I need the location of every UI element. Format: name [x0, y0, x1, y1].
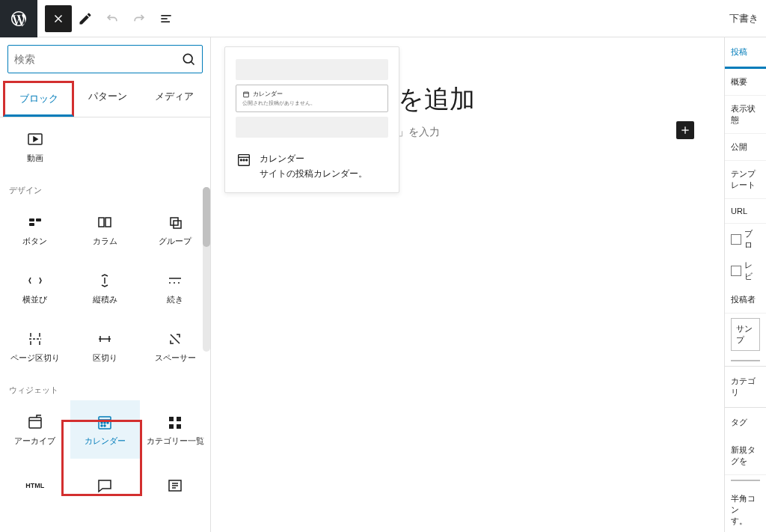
calendar-desc-icon	[236, 151, 252, 168]
block-separator[interactable]: 区切り	[70, 317, 141, 376]
save-draft-button[interactable]: 下書き	[729, 12, 766, 25]
sidebar-half-note: 半角コンす。	[725, 486, 766, 532]
block-calendar[interactable]: カレンダー	[70, 400, 141, 459]
comment-icon	[96, 477, 114, 495]
svg-rect-36	[169, 424, 174, 429]
calendar-small-icon	[242, 91, 250, 98]
sidebar-tab-post[interactable]: 投稿	[725, 37, 766, 69]
block-button[interactable]: ボタン	[0, 201, 70, 259]
preview-desc-title: カレンダー	[260, 151, 367, 166]
svg-point-29	[101, 422, 102, 424]
sidebar-url[interactable]: URL	[725, 199, 766, 224]
stack-icon	[96, 272, 114, 290]
block-spacer[interactable]: スペーサー	[140, 317, 210, 376]
block-row[interactable]: 横並び	[0, 259, 70, 317]
list-icon	[159, 11, 174, 26]
block-search-input[interactable]	[14, 53, 181, 65]
post-title-partial[interactable]: を追加	[398, 82, 475, 117]
block-group[interactable]: グループ	[140, 201, 210, 259]
sidebar-tag[interactable]: タグ	[725, 407, 766, 437]
post-subtitle-partial[interactable]: 」を入力	[398, 126, 440, 139]
svg-rect-11	[29, 223, 34, 226]
svg-point-5	[183, 54, 192, 63]
svg-point-48	[240, 159, 242, 161]
svg-rect-37	[177, 424, 181, 429]
preview-desc-body: サイトの投稿カレンダー。	[260, 166, 367, 181]
close-inserter-button[interactable]	[45, 5, 72, 32]
preview-placeholder-row	[236, 117, 388, 138]
svg-rect-44	[244, 92, 249, 97]
sidebar-check-review[interactable]: レビ	[725, 255, 766, 287]
svg-rect-12	[99, 218, 104, 227]
undo-icon	[105, 11, 120, 26]
document-outline-button[interactable]	[153, 5, 180, 32]
block-pagebreak[interactable]: ページ区切り	[0, 317, 70, 376]
more-icon	[166, 272, 184, 290]
block-category-list[interactable]: カテゴリー一覧	[140, 400, 210, 459]
tab-block[interactable]: ブロック	[3, 81, 74, 117]
svg-rect-13	[105, 218, 111, 227]
add-block-button[interactable]	[676, 121, 694, 139]
redo-icon	[132, 11, 147, 26]
pencil-icon	[78, 11, 93, 26]
block-html[interactable]: HTML	[0, 459, 70, 517]
sidebar-input-1[interactable]	[731, 360, 760, 361]
svg-point-49	[243, 159, 245, 161]
svg-line-6	[192, 62, 194, 65]
close-icon	[52, 12, 65, 25]
undo-button[interactable]	[99, 5, 126, 32]
sidebar-check-sticky[interactable]: ブロ	[725, 224, 766, 255]
svg-rect-15	[174, 221, 181, 228]
pagebreak-icon	[26, 330, 44, 348]
block-video[interactable]: 動画	[0, 117, 70, 176]
calendar-icon	[96, 413, 114, 431]
preview-placeholder-row	[236, 59, 388, 80]
top-toolbar: 下書き	[0, 0, 766, 37]
block-comments[interactable]	[70, 459, 141, 517]
spacer-icon	[166, 330, 184, 348]
svg-rect-9	[29, 218, 34, 221]
inserter-tabs: ブロック パターン メディア	[0, 81, 210, 117]
sidebar-template[interactable]: テンプレート	[725, 161, 766, 199]
svg-rect-10	[36, 218, 41, 221]
column-icon	[96, 213, 114, 231]
archive-icon	[26, 413, 44, 431]
category-widget: ウィジェット	[0, 376, 210, 400]
tab-media[interactable]: メディア	[141, 81, 207, 117]
svg-rect-35	[177, 417, 181, 421]
block-search[interactable]	[7, 45, 203, 73]
search-icon	[181, 52, 196, 67]
svg-rect-14	[171, 218, 178, 225]
scrollbar-thumb[interactable]	[203, 187, 210, 247]
plus-icon	[679, 124, 691, 136]
preview-calendar-block: カレンダー 公開された投稿がありません。	[236, 85, 388, 112]
block-archive[interactable]: アーカイブ	[0, 400, 70, 459]
svg-marker-8	[34, 137, 37, 141]
block-stack[interactable]: 縦積み	[70, 259, 141, 317]
settings-sidebar: 投稿 概要 表示状態 公開 テンプレート URL ブロ レビ 投稿者 サンプ カ…	[724, 37, 766, 532]
block-preview-card: カレンダー 公開された投稿がありません。 カレンダー サイトの投稿カレンダー。	[224, 46, 399, 193]
block-inserter-panel: ブロック パターン メディア 動画 デザイン ボタン カラム	[0, 37, 211, 532]
block-column[interactable]: カラム	[70, 201, 141, 259]
svg-line-25	[171, 334, 180, 343]
sidebar-publish[interactable]: 公開	[725, 134, 766, 161]
separator-icon	[96, 330, 114, 348]
sidebar-summary[interactable]: 概要	[725, 69, 766, 96]
block-latest-posts[interactable]	[140, 459, 210, 517]
sidebar-visibility[interactable]: 表示状態	[725, 96, 766, 134]
sidebar-author-label: 投稿者	[725, 287, 766, 314]
sidebar-tag-input[interactable]	[731, 480, 760, 481]
button-icon	[26, 213, 44, 231]
sidebar-category[interactable]: カテゴリ	[725, 366, 766, 407]
tab-pattern[interactable]: パターン	[74, 81, 141, 117]
wp-logo[interactable]	[0, 0, 37, 37]
block-more[interactable]: 続き	[140, 259, 210, 317]
redo-button[interactable]	[126, 5, 153, 32]
svg-rect-26	[29, 418, 41, 428]
wordpress-logo-icon	[10, 10, 28, 28]
sidebar-author-select[interactable]: サンプ	[731, 318, 760, 351]
inserter-scrollbar[interactable]	[203, 187, 210, 352]
category-list-icon	[166, 413, 184, 431]
svg-point-32	[101, 425, 102, 426]
edit-button[interactable]	[72, 5, 99, 32]
